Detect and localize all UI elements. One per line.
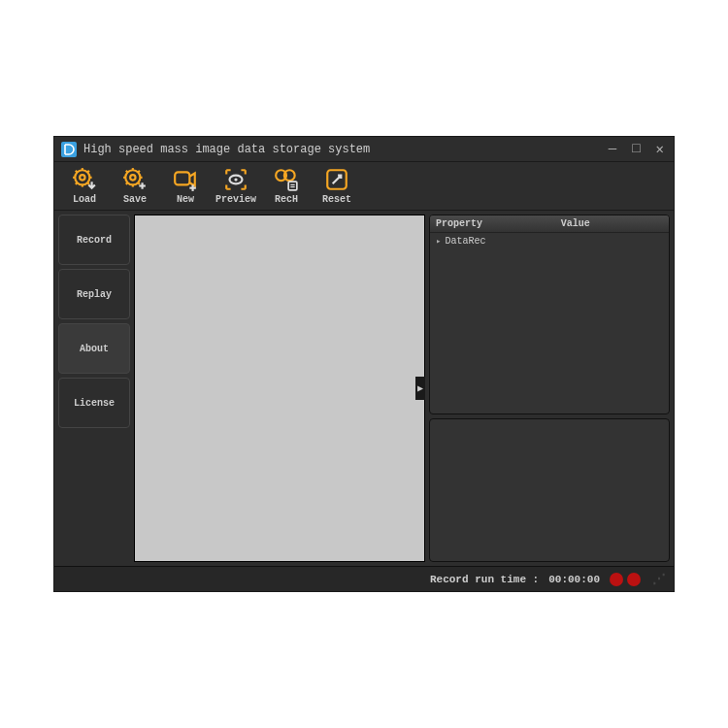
eye-focus-icon	[223, 167, 248, 192]
record-indicators	[610, 573, 641, 586]
new-button[interactable]: New	[165, 167, 206, 205]
save-button[interactable]: Save	[115, 167, 155, 205]
sidebar: Record Replay About License	[58, 215, 130, 562]
tab-license[interactable]: License	[58, 378, 130, 428]
reset-button[interactable]: Reset	[316, 167, 357, 205]
svg-line-7	[76, 171, 78, 173]
expand-handle[interactable]: ▶	[415, 377, 425, 400]
reset-icon	[324, 167, 349, 192]
tab-record[interactable]: Record	[58, 215, 130, 265]
main-body: Record Replay About License ▶ Property V…	[54, 211, 674, 566]
load-button[interactable]: Load	[64, 167, 105, 205]
gear-plus-icon	[122, 167, 148, 192]
header-value: Value	[561, 218, 663, 229]
record-dot-icon	[610, 573, 623, 586]
svg-line-17	[126, 171, 128, 173]
svg-point-1	[75, 170, 89, 184]
properties-header: Property Value	[430, 215, 669, 233]
svg-line-20	[126, 182, 128, 184]
camera-plus-icon	[173, 167, 198, 192]
status-time: 00:00:00	[548, 574, 600, 585]
minimize-button[interactable]: —	[605, 141, 620, 157]
svg-line-9	[87, 171, 89, 173]
window-controls: — □ ✕	[605, 141, 668, 157]
tab-replay[interactable]: Replay	[58, 269, 130, 319]
tree-expand-icon[interactable]: ▸	[436, 236, 441, 247]
preview-button[interactable]: Preview	[215, 167, 256, 205]
svg-line-19	[138, 171, 140, 173]
rech-button[interactable]: RecH	[266, 167, 307, 205]
chevron-right-icon: ▶	[417, 382, 423, 394]
status-label: Record run time :	[430, 574, 539, 585]
svg-point-12	[130, 175, 135, 180]
detail-panel	[429, 418, 670, 562]
tab-about[interactable]: About	[58, 323, 130, 374]
record-dot-icon	[627, 573, 641, 586]
svg-rect-30	[288, 182, 297, 190]
preview-panel: ▶	[134, 215, 425, 562]
svg-point-2	[80, 175, 84, 180]
svg-rect-23	[175, 172, 189, 184]
close-button[interactable]: ✕	[652, 141, 668, 157]
maximize-button[interactable]: □	[628, 141, 644, 157]
svg-line-18	[138, 182, 140, 184]
properties-panel: Property Value ▸ DataRec	[429, 215, 670, 414]
gear-down-icon	[72, 167, 97, 192]
property-row[interactable]: ▸ DataRec	[430, 233, 669, 249]
svg-point-27	[234, 178, 237, 181]
svg-line-8	[87, 182, 89, 184]
titlebar: High speed mass image data storage syste…	[54, 137, 674, 162]
main-area: ▶ Property Value ▸ DataRec	[134, 215, 670, 562]
property-value	[570, 236, 663, 247]
statusbar: Record run time : 00:00:00 ⋰	[54, 566, 674, 591]
resize-grip[interactable]: ⋰	[652, 576, 666, 583]
svg-point-11	[125, 170, 140, 184]
header-property: Property	[436, 218, 561, 229]
property-name: DataRec	[445, 236, 570, 247]
toolbar: Load Save New Preview RecH	[54, 162, 674, 211]
svg-line-10	[76, 182, 78, 184]
right-panels: Property Value ▸ DataRec	[429, 215, 670, 562]
record-history-icon	[274, 167, 299, 192]
window-title: High speed mass image data storage syste…	[83, 143, 605, 156]
app-window: High speed mass image data storage syste…	[53, 136, 675, 592]
app-icon	[60, 141, 78, 158]
